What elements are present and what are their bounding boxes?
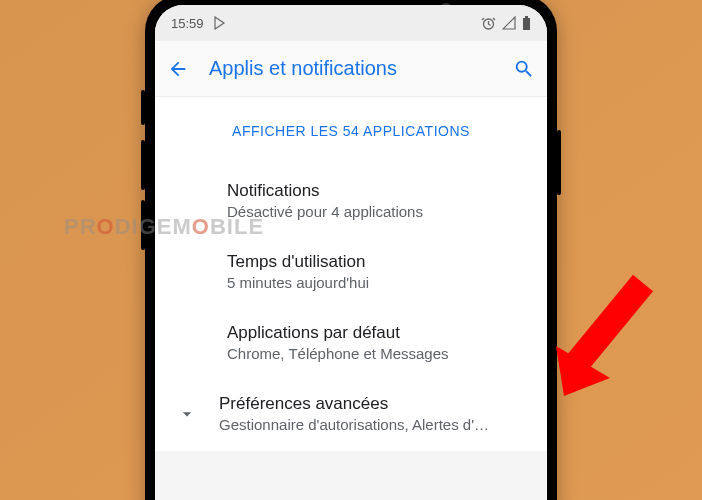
search-button[interactable] — [513, 58, 535, 80]
annotation-arrow-icon — [548, 268, 668, 412]
list-item-subtitle: Désactivé pour 4 applications — [227, 203, 523, 220]
side-button — [141, 90, 145, 125]
alarm-icon — [481, 16, 496, 31]
list-item-title: Temps d'utilisation — [227, 252, 523, 272]
power-button — [557, 130, 561, 195]
app-bar: Applis et notifications — [155, 41, 547, 97]
signal-icon — [502, 16, 516, 30]
list-item-title: Applications par défaut — [227, 323, 523, 343]
list-item-title: Notifications — [227, 181, 523, 201]
list-item-screen-time[interactable]: Temps d'utilisation 5 minutes aujourd'hu… — [155, 236, 547, 307]
svg-rect-2 — [525, 16, 528, 18]
battery-icon — [522, 16, 531, 30]
list-item-default-apps[interactable]: Applications par défaut Chrome, Téléphon… — [155, 307, 547, 378]
list-item-notifications[interactable]: Notifications Désactivé pour 4 applicati… — [155, 165, 547, 236]
play-store-icon — [214, 16, 226, 30]
list-item-subtitle: Gestionnaire d'autorisations, Alertes d'… — [219, 416, 523, 433]
list-item-subtitle: Chrome, Téléphone et Messages — [227, 345, 523, 362]
list-item-subtitle: 5 minutes aujourd'hui — [227, 274, 523, 291]
settings-content: AFFICHER LES 54 APPLICATIONS Notificatio… — [155, 97, 547, 451]
status-time: 15:59 — [171, 16, 204, 31]
page-title: Applis et notifications — [209, 57, 493, 80]
chevron-down-icon — [177, 404, 197, 424]
phone-frame: 15:59 Applis et notific — [145, 0, 557, 500]
status-bar: 15:59 — [155, 5, 547, 41]
list-item-title: Préférences avancées — [219, 394, 523, 414]
volume-up-button — [141, 140, 145, 190]
back-button[interactable] — [167, 58, 189, 80]
volume-down-button — [141, 200, 145, 250]
show-all-apps-button[interactable]: AFFICHER LES 54 APPLICATIONS — [155, 99, 547, 165]
phone-screen: 15:59 Applis et notific — [155, 5, 547, 500]
svg-rect-1 — [523, 18, 530, 30]
list-item-advanced[interactable]: Préférences avancées Gestionnaire d'auto… — [155, 378, 547, 449]
